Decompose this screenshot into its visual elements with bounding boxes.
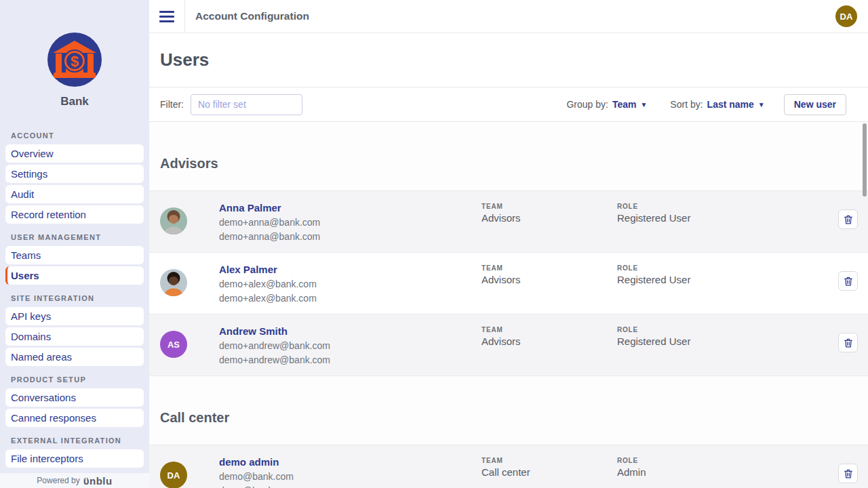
role-label: ROLE: [617, 203, 753, 210]
group-heading: Call center: [160, 410, 857, 426]
role-label: ROLE: [617, 457, 753, 464]
team-column: TEAM Advisors: [481, 262, 617, 285]
sidebar-item-label: Canned responses: [11, 412, 96, 424]
user-identity: demo admin demo@bank.com demo@bank.com: [219, 455, 481, 488]
sidebar-section-label: Account: [11, 131, 149, 140]
user-row: AS Andrew Smith demo+andrew@bank.com dem…: [149, 314, 868, 376]
user-groups: Advisors Anna Palmer demo+anna@bank.com …: [149, 122, 868, 488]
role-label: ROLE: [617, 326, 753, 333]
sidebar-item-settings[interactable]: Settings: [5, 165, 144, 183]
team-label: TEAM: [481, 457, 617, 464]
sidebar-section: Product setup Conversations Canned respo…: [0, 375, 149, 427]
user-email-primary: demo+andrew@bank.com: [219, 340, 481, 351]
group-rows: DA demo admin demo@bank.com demo@bank.co…: [149, 445, 868, 488]
user-name-link[interactable]: Alex Palmer: [219, 264, 481, 275]
sort-by-label: Sort by:: [670, 99, 703, 110]
sidebar-item-named-areas[interactable]: Named areas: [5, 348, 144, 366]
user-name-link[interactable]: demo admin: [219, 456, 481, 468]
user-row: Anna Palmer demo+anna@bank.com demo+anna…: [149, 191, 868, 253]
sidebar-item-overview[interactable]: Overview: [5, 144, 144, 163]
svg-text:$: $: [71, 53, 79, 70]
sort-by-dropdown[interactable]: Sort by: Last name ▼: [670, 99, 764, 110]
page-title: Users: [160, 49, 209, 70]
sidebar-section: Site integration API keys Domains Named …: [0, 294, 149, 366]
avatar: DA: [160, 462, 187, 488]
topbar: Account Configuration DA: [149, 0, 868, 33]
sidebar-item-audit[interactable]: Audit: [5, 185, 144, 203]
new-user-button[interactable]: New user: [784, 94, 846, 115]
sidebar-section-label: Product setup: [11, 375, 149, 384]
sidebar-section: Account Overview Settings Audit Record r…: [0, 131, 149, 224]
user-name-link[interactable]: Andrew Smith: [219, 325, 481, 337]
role-value: Admin: [617, 466, 753, 478]
vertical-scrollbar[interactable]: [863, 123, 867, 197]
powered-by-footer: Powered by ϋnblu: [0, 473, 149, 488]
user-identity: Anna Palmer demo+anna@bank.com demo+anna…: [219, 201, 481, 242]
user-row: DA demo admin demo@bank.com demo@bank.co…: [149, 445, 868, 488]
role-value: Registered User: [617, 274, 753, 285]
sidebar-item-conversations[interactable]: Conversations: [5, 388, 144, 407]
team-column: TEAM Call center: [481, 455, 617, 478]
chevron-down-icon: ▼: [758, 101, 765, 108]
avatar: [160, 269, 187, 296]
trash-icon: [843, 276, 854, 287]
sidebar-item-teams[interactable]: Teams: [5, 246, 144, 264]
group-heading: Advisors: [160, 156, 857, 171]
user-email-secondary: demo@bank.com: [219, 485, 481, 488]
brand: $ Bank: [0, 0, 149, 108]
role-column: ROLE Registered User: [617, 324, 753, 347]
sidebar-item-label: Domains: [11, 331, 51, 342]
sidebar-item-label: Audit: [11, 188, 34, 200]
brand-name: Bank: [0, 95, 149, 108]
trash-icon: [843, 468, 854, 479]
menu-hamburger-icon[interactable]: [149, 0, 185, 33]
sidebar-item-domains[interactable]: Domains: [5, 327, 144, 346]
group-by-dropdown[interactable]: Group by: Team ▼: [566, 99, 647, 110]
sidebar-item-label: Overview: [11, 148, 54, 159]
main-area: Account Configuration DA Users Filter: G…: [149, 0, 868, 488]
user-email-secondary: demo+anna@bank.com: [219, 231, 481, 242]
user-name-link[interactable]: Anna Palmer: [219, 202, 481, 214]
delete-user-button[interactable]: [838, 271, 858, 291]
page-title-band: Users: [149, 33, 868, 87]
delete-user-button[interactable]: [838, 333, 858, 352]
user-email-secondary: demo+alex@bank.com: [219, 293, 481, 304]
topbar-title: Account Configuration: [195, 10, 309, 22]
user-identity: Andrew Smith demo+andrew@bank.com demo+a…: [219, 324, 481, 365]
sidebar-item-label: Teams: [11, 249, 41, 261]
sidebar-item-record-retention[interactable]: Record retention: [5, 205, 144, 224]
role-label: ROLE: [617, 264, 753, 272]
row-actions: [838, 262, 858, 291]
sidebar-item-api-keys[interactable]: API keys: [5, 307, 144, 325]
unblu-logo: ϋnblu: [83, 475, 113, 487]
filter-toolbar: Filter: Group by: Team ▼ Sort by: Last n…: [149, 87, 868, 122]
team-value: Advisors: [481, 336, 617, 347]
delete-user-button[interactable]: [838, 209, 858, 229]
avatar: AS: [160, 331, 187, 358]
role-value: Registered User: [617, 212, 753, 224]
user-avatar[interactable]: DA: [835, 5, 857, 27]
role-column: ROLE Registered User: [617, 262, 753, 285]
sidebar-nav: Account Overview Settings Audit Record r…: [0, 108, 149, 473]
team-value: Call center: [481, 466, 617, 478]
sidebar-section: User management Teams Users: [0, 233, 149, 285]
team-label: TEAM: [481, 203, 617, 210]
team-group: Advisors Anna Palmer demo+anna@bank.com …: [149, 122, 868, 376]
sidebar-item-canned-responses[interactable]: Canned responses: [5, 409, 144, 427]
sidebar-section-label: User management: [11, 233, 149, 241]
sidebar-item-file-interceptors[interactable]: File interceptors: [5, 449, 144, 468]
team-value: Advisors: [481, 274, 617, 285]
sidebar-item-label: API keys: [11, 310, 51, 322]
user-identity: Alex Palmer demo+alex@bank.com demo+alex…: [219, 262, 481, 304]
sidebar-item-users[interactable]: Users: [5, 266, 144, 285]
role-value: Registered User: [617, 336, 753, 347]
role-column: ROLE Admin: [617, 455, 753, 478]
sidebar-item-label: Record retention: [11, 209, 86, 220]
filter-input[interactable]: [191, 94, 302, 115]
team-value: Advisors: [481, 212, 617, 224]
delete-user-button[interactable]: [838, 464, 858, 483]
user-row: Alex Palmer demo+alex@bank.com demo+alex…: [149, 253, 868, 314]
trash-icon: [843, 214, 854, 225]
sidebar-item-label: Users: [11, 270, 39, 281]
sidebar-section: External integration File interceptors: [0, 436, 149, 468]
